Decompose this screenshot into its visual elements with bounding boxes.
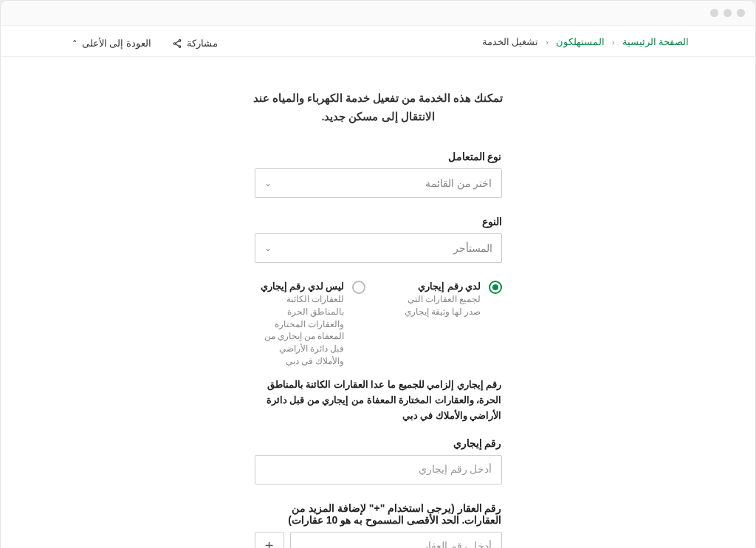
svg-point-0	[179, 39, 181, 41]
customer-type-label: نوع المتعامل	[255, 151, 502, 162]
chevron-down-icon: ⌄	[264, 178, 272, 188]
window-dot	[710, 9, 718, 17]
svg-point-2	[179, 45, 181, 47]
share-button[interactable]: مشاركة	[172, 38, 218, 49]
radio-no-desc: للعقارات الكائنة بالمناطق الحرة والعقارا…	[255, 293, 345, 367]
radio-has-label: لدي رقم إيجاري	[394, 281, 481, 292]
crumb-current: تشغيل الخدمة	[482, 36, 538, 47]
chevron-left-icon: ‹	[612, 38, 615, 47]
chevron-down-icon: ⌄	[264, 243, 272, 253]
add-property-button[interactable]: +	[255, 532, 284, 548]
ejari-note: رقم إيجاري إلزامي للجميع ما عدا العقارات…	[255, 377, 502, 423]
window-dot	[737, 9, 745, 17]
intro-text: تمكنك هذه الخدمة من تفعيل خدمة الكهرباء …	[245, 89, 511, 126]
chevron-left-icon: ‹	[546, 38, 549, 47]
radio-has-ejari[interactable]	[489, 281, 502, 294]
ejari-input[interactable]	[255, 455, 502, 484]
back-to-top-button[interactable]: العودة إلى الأعلى ˄	[67, 38, 151, 49]
crumb-home[interactable]: الصفحة الرئيسية	[622, 36, 689, 47]
radio-no-label: ليس لدي رقم إيجاري	[255, 281, 345, 292]
svg-line-4	[176, 44, 179, 46]
share-icon	[172, 38, 182, 49]
radio-no-ejari[interactable]	[352, 281, 365, 294]
window-dot	[724, 9, 732, 17]
svg-line-3	[176, 41, 179, 43]
breadcrumb: الصفحة الرئيسية ‹ المستهلكون ‹ تشغيل الخ…	[482, 36, 689, 47]
radio-has-desc: لجميع العقارات التي صدر لها وثيقة إيجاري	[394, 293, 481, 318]
plus-icon: +	[265, 538, 274, 548]
chevron-up-icon: ˄	[67, 38, 78, 49]
ejari-label: رقم إيجاري	[255, 437, 502, 449]
type-select[interactable]: المستأجر ⌄	[255, 233, 502, 263]
property-input[interactable]	[290, 532, 502, 548]
customer-type-select[interactable]: اختر من القائمة ⌄	[255, 168, 502, 198]
share-label: مشاركة	[187, 38, 218, 49]
type-selected: المستأجر	[453, 242, 492, 254]
back-to-top-label: العودة إلى الأعلى	[82, 38, 151, 49]
svg-point-1	[173, 42, 176, 44]
customer-type-placeholder: اختر من القائمة	[425, 177, 492, 189]
property-label: رقم العقار (يرجى استخدام "+" لإضافة المز…	[255, 502, 502, 526]
crumb-section[interactable]: المستهلكون	[556, 36, 605, 47]
type-label: النوع	[255, 216, 502, 227]
